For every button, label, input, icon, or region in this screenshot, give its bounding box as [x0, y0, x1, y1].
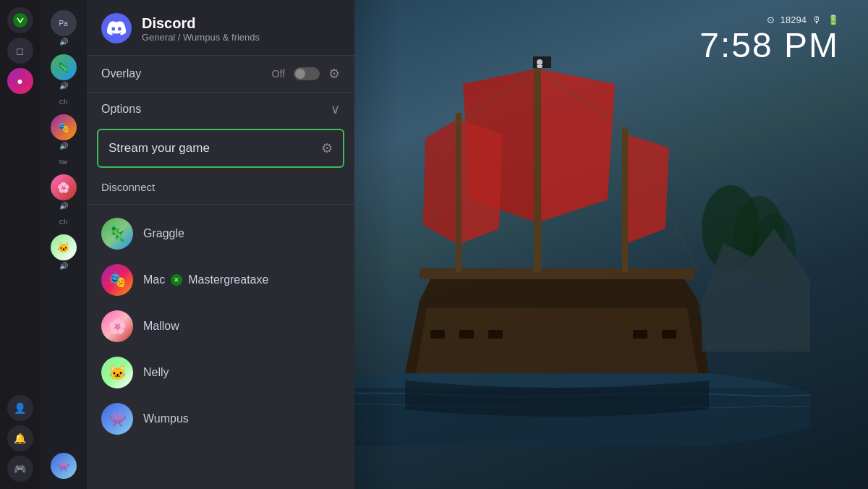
sidebar2-item-avatar3[interactable]: 🎭 🔊: [40, 111, 87, 153]
svg-rect-3: [534, 62, 541, 272]
xbox-badge-mac: ✕: [171, 274, 182, 286]
channel-name: General / Wumpus & friends: [142, 32, 260, 43]
discord-header: Discord General / Wumpus & friends: [87, 0, 354, 56]
app-name: Discord: [142, 14, 260, 32]
sidebar2-item-avatar4[interactable]: 🌸 🔊: [40, 171, 87, 213]
member-name-graggle: Graggle: [143, 227, 184, 240]
member-avatar-nelly: 🐱: [101, 357, 133, 388]
overlay-gear-icon[interactable]: ⚙: [328, 66, 340, 82]
svg-rect-14: [488, 330, 503, 339]
member-name-mac: Mac ✕ Mastergreataxe: [143, 273, 268, 286]
clock-time: 7:58 PM: [699, 28, 839, 63]
member-name-wumpus: Wumpus: [143, 412, 189, 425]
clock-counter-icon: ⊙: [767, 14, 775, 25]
svg-rect-16: [662, 330, 676, 339]
sidebar-strip-2: Pa 🔊 🦎 🔊 Ch 🎭 🔊 Ne 🌸 🔊 Ch 🐱 🔊: [40, 0, 87, 489]
stream-game-label: Stream your game: [109, 141, 210, 156]
sidebar2-volume-2: 🔊: [59, 82, 68, 90]
disconnect-button[interactable]: Disconnect: [87, 171, 354, 205]
svg-rect-5: [622, 127, 628, 272]
sidebar2-volume-4: 🔊: [59, 202, 68, 210]
member-name-nelly: Nelly: [143, 366, 169, 379]
options-row[interactable]: Options ∨: [87, 93, 354, 126]
toggle-knob: [295, 69, 305, 79]
overlay-label: Overlay: [101, 67, 141, 80]
sidebar-strip-1: ◻ ● 👤 🔔 🎮: [0, 0, 40, 489]
mic-icon: 🎙: [812, 14, 822, 25]
member-name-mallow: Mallow: [143, 320, 179, 333]
member-item-wumpus[interactable]: 👾 Wumpus: [87, 396, 354, 442]
battery-icon: 🔋: [827, 14, 839, 25]
member-avatar-mallow: 🌸: [101, 310, 133, 342]
sidebar2-item-avatar5[interactable]: 🐱 🔊: [40, 231, 87, 273]
disconnect-label: Disconnect: [101, 181, 155, 193]
member-avatar-mac: 🎭: [101, 264, 133, 296]
member-avatar-wumpus: 👾: [101, 403, 133, 435]
sidebar2-label-ne: Ne: [59, 158, 68, 166]
sidebar-avatar-1[interactable]: ●: [7, 68, 33, 94]
sidebar2-label-ch1: Ch: [59, 98, 68, 106]
svg-rect-15: [633, 330, 647, 339]
member-item-mallow[interactable]: 🌸 Mallow: [87, 303, 354, 349]
overlay-right: Off ⚙: [272, 66, 340, 82]
sidebar2-volume-5: 🔊: [59, 262, 68, 270]
sidebar-icon-user[interactable]: 👤: [7, 395, 33, 421]
member-item-mac[interactable]: 🎭 Mac ✕ Mastergreataxe: [87, 257, 354, 303]
stream-gear-icon[interactable]: ⚙: [321, 140, 333, 156]
member-item-nelly[interactable]: 🐱 Nelly: [87, 349, 354, 396]
chevron-down-icon: ∨: [331, 101, 340, 117]
sidebar-icon-controller[interactable]: 🎮: [7, 456, 33, 482]
svg-point-7: [537, 59, 542, 65]
member-item-graggle[interactable]: 🦎 Graggle: [87, 211, 354, 257]
sidebar2-item-ne[interactable]: Ne: [40, 156, 87, 169]
discord-header-text: Discord General / Wumpus & friends: [142, 14, 260, 43]
sidebar2-item-ch2[interactable]: Ch: [40, 216, 87, 229]
overlay-toggle[interactable]: [294, 67, 320, 80]
sidebar2-item-pa[interactable]: Pa 🔊: [40, 7, 87, 48]
discord-logo: [101, 13, 132, 43]
sidebar2-label-ch2: Ch: [59, 218, 68, 226]
svg-rect-12: [430, 330, 445, 339]
sidebar-icon-bell[interactable]: 🔔: [7, 425, 33, 451]
sidebar2-volume-1: 🔊: [59, 38, 68, 46]
sidebar2-volume-3: 🔊: [59, 142, 68, 150]
member-avatar-graggle: 🦎: [101, 218, 133, 250]
overlay-row: Overlay Off ⚙: [87, 56, 354, 93]
sidebar2-item-ch1[interactable]: Ch: [40, 95, 87, 109]
options-label: Options: [101, 103, 141, 116]
svg-rect-13: [459, 330, 474, 339]
sidebar2-item-avatar6[interactable]: 👾: [40, 450, 87, 482]
clock-area: ⊙ 18294 🎙 🔋 7:58 PM: [699, 14, 839, 63]
members-list: 🦎 Graggle 🎭 Mac ✕ Mastergreataxe 🌸 Mallo…: [87, 205, 354, 489]
sidebar-icon-2[interactable]: ◻: [7, 38, 33, 64]
svg-rect-4: [456, 113, 461, 272]
overlay-status: Off: [272, 68, 285, 80]
sidebar2-item-avatar2[interactable]: 🦎 🔊: [40, 51, 87, 93]
sidebar-icon-xbox[interactable]: [7, 7, 33, 33]
clock-counter: 18294: [780, 14, 807, 25]
discord-panel: Discord General / Wumpus & friends Overl…: [87, 0, 354, 489]
stream-game-button[interactable]: Stream your game ⚙: [97, 129, 344, 168]
